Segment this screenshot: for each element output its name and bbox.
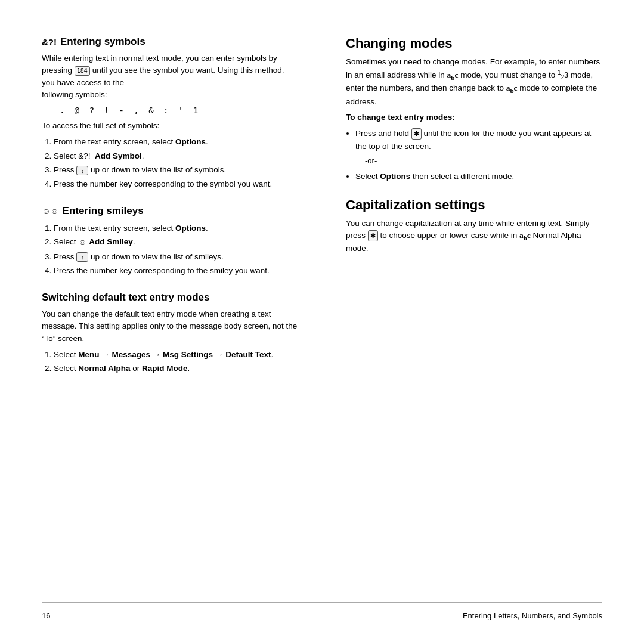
section-title-changing-modes: Changing modes: [346, 36, 602, 51]
symbols-display: . @ ? ! - , & : ' 1: [60, 106, 298, 115]
smileys-steps-list: From the text entry screen, select Optio…: [54, 222, 298, 277]
symbols-step-1: From the text entry screen, select Optio…: [54, 135, 298, 148]
symbols-step-3: Press ↕ up or down to view the list of s…: [54, 163, 298, 177]
123-mode-label: 123: [558, 71, 568, 79]
switching-intro: You can change the default text entry mo…: [42, 308, 298, 345]
change-modes-label: To change text entry modes:: [346, 112, 602, 123]
changing-modes-bullet-1: Press and hold ✱ until the icon for the …: [355, 127, 602, 168]
smileys-step-1: From the text entry screen, select Optio…: [54, 222, 298, 235]
changing-modes-intro: Sometimes you need to change modes. For …: [346, 56, 602, 108]
switching-step-1: Select Menu → Messages → Msg Settings → …: [54, 348, 298, 361]
switching-step-2: Select Normal Alpha or Rapid Mode.: [54, 362, 298, 375]
smileys-title: Entering smileys: [63, 205, 144, 217]
star-key-icon2: ✱: [368, 230, 378, 242]
abc-mode-label2: abc: [506, 83, 518, 92]
section-switching-modes: Switching default text entry modes You c…: [42, 292, 298, 375]
symbols-steps-list: From the text entry screen, select Optio…: [54, 135, 298, 190]
section-entering-smileys: ☺☺ Entering smileys From the text entry …: [42, 205, 298, 277]
section-title-smileys: ☺☺ Entering smileys: [42, 205, 298, 217]
sym-key-icon: 184: [75, 66, 90, 76]
or-line: -or-: [365, 155, 602, 168]
smileys-step-4: Press the number key corresponding to th…: [54, 264, 298, 277]
symbols-intro-text: While entering text in normal text mode,…: [42, 52, 298, 101]
nav-scroll-icon: ↕: [76, 166, 88, 175]
switching-title: Switching default text entry modes: [42, 292, 210, 304]
footer-divider: [42, 602, 602, 603]
symbols-title: Entering symbols: [60, 36, 145, 48]
abc-mode-label3: abc: [519, 231, 531, 240]
page-number: 16: [42, 611, 50, 620]
symbols-section-icon: &?!: [42, 37, 57, 47]
page: &?! Entering symbols While entering text…: [0, 0, 644, 644]
content-area: &?! Entering symbols While entering text…: [42, 36, 602, 596]
section-entering-symbols: &?! Entering symbols While entering text…: [42, 36, 298, 191]
abc-mode-label: abc: [447, 70, 459, 79]
symbols-step-4: Press the number key corresponding to th…: [54, 178, 298, 191]
left-column: &?! Entering symbols While entering text…: [42, 36, 310, 596]
smileys-step-2: Select ☺ Add Smiley.: [54, 236, 298, 249]
right-column: Changing modes Sometimes you need to cha…: [334, 36, 602, 596]
star-key-icon: ✱: [411, 128, 422, 140]
smiley-inline-icon: ☺: [78, 237, 86, 247]
footer: 16 Entering Letters, Numbers, and Symbol…: [42, 606, 602, 620]
section-title-symbols: &?! Entering symbols: [42, 36, 298, 48]
section-title-capitalization: Capitalization settings: [346, 197, 602, 213]
section-changing-modes: Changing modes Sometimes you need to cha…: [346, 36, 602, 183]
smiley-section-icon: ☺☺: [42, 206, 59, 216]
footer-right-text: Entering Letters, Numbers, and Symbols: [463, 611, 602, 620]
section-capitalization: Capitalization settings You can change c…: [346, 197, 602, 255]
changing-modes-bullets: Press and hold ✱ until the icon for the …: [355, 127, 602, 183]
changing-modes-bullet-2: Select Options then select a different m…: [355, 170, 602, 183]
nav-scroll-icon2: ↕: [76, 252, 88, 262]
section-title-switching: Switching default text entry modes: [42, 292, 298, 304]
smileys-step-3: Press ↕ up or down to view the list of s…: [54, 250, 298, 264]
capitalization-intro: You can change capitalization at any tim…: [346, 218, 602, 255]
symbols-step-2: Select &?! Add Symbol.: [54, 150, 298, 163]
full-set-label: To access the full set of symbols:: [42, 120, 298, 132]
switching-steps-list: Select Menu → Messages → Msg Settings → …: [54, 348, 298, 375]
